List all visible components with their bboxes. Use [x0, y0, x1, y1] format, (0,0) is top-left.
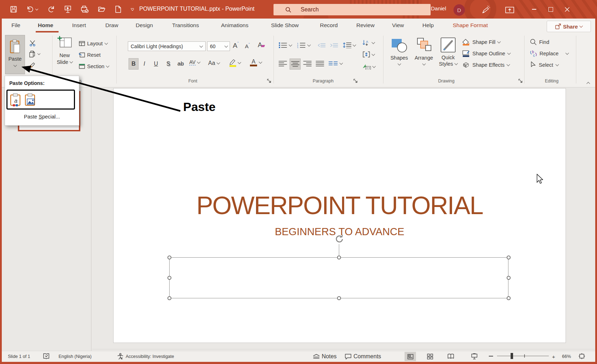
font-color-button[interactable]: A — [250, 59, 262, 66]
italic-button[interactable]: I — [144, 61, 145, 67]
zoom-in-button[interactable]: + — [552, 354, 555, 360]
increase-indent-button[interactable] — [330, 43, 338, 47]
account-name[interactable]: Daniel — [431, 5, 446, 11]
arrange-dropdown-icon[interactable] — [422, 62, 426, 66]
shape-fill-button[interactable]: Shape Fill — [462, 39, 500, 46]
format-painter-icon[interactable] — [29, 62, 36, 69]
close-button[interactable] — [559, 0, 575, 19]
grow-font-button[interactable]: Aˆ — [233, 41, 239, 50]
comments-button[interactable]: Comments — [345, 353, 381, 360]
select-button[interactable]: Select — [531, 61, 558, 68]
bullets-button[interactable] — [279, 42, 292, 48]
quick-styles-button[interactable]: Quick Styles — [437, 37, 459, 67]
convert-to-smartart-button[interactable] — [362, 64, 375, 70]
font-name-combo[interactable]: Calibri Light (Headings) — [128, 41, 206, 51]
paste-picture-icon[interactable] — [25, 93, 37, 106]
layout-button[interactable]: Layout — [79, 41, 107, 46]
justify-button[interactable] — [316, 61, 324, 67]
print-preview-icon[interactable] — [81, 5, 89, 13]
normal-view-button[interactable] — [405, 352, 416, 361]
slide-sorter-view-button[interactable] — [427, 354, 433, 359]
clear-formatting-button[interactable]: A — [258, 41, 265, 49]
new-slide-dropdown-icon[interactable] — [70, 60, 73, 64]
bold-button[interactable]: B — [129, 58, 139, 70]
quick-styles-dropdown-icon[interactable] — [454, 62, 458, 65]
zoom-slider-track[interactable] — [497, 356, 549, 356]
tab-insert[interactable]: Insert — [71, 22, 87, 29]
underline-button[interactable]: U — [154, 61, 158, 67]
open-file-icon[interactable] — [98, 6, 106, 13]
shrink-font-button[interactable]: Aˇ — [245, 42, 250, 49]
layout-dropdown-icon[interactable] — [104, 41, 108, 45]
section-dropdown-icon[interactable] — [106, 64, 110, 68]
strikethrough-button[interactable]: ab — [177, 61, 184, 67]
accessibility-icon[interactable] — [117, 353, 124, 360]
align-center-button[interactable] — [290, 59, 301, 70]
align-left-button[interactable] — [279, 61, 287, 67]
resize-handle-bottom-right[interactable] — [507, 296, 511, 300]
zoom-percent[interactable]: 66% — [562, 354, 571, 359]
columns-button[interactable] — [328, 61, 342, 66]
tab-review[interactable]: Review — [356, 22, 375, 29]
fit-slide-to-window-icon[interactable] — [578, 353, 585, 359]
save-icon[interactable] — [10, 6, 17, 13]
find-button[interactable]: Find — [530, 39, 549, 45]
resize-handle-bottom-left[interactable] — [167, 296, 171, 300]
new-file-icon[interactable] — [115, 5, 121, 13]
undo-dropdown-icon[interactable] — [35, 7, 38, 10]
shape-outline-button[interactable]: Shape Outline — [462, 50, 510, 57]
resize-handle-top-right[interactable] — [507, 256, 511, 259]
avatar[interactable]: D — [453, 4, 465, 16]
share-button[interactable]: Share — [547, 21, 591, 32]
ribbon-display-options-icon[interactable] — [505, 7, 514, 13]
resize-handle-top-left[interactable] — [167, 256, 171, 259]
slide-indicator[interactable]: Slide 1 of 1 — [8, 354, 30, 359]
tab-animations[interactable]: Animations — [220, 22, 249, 29]
character-spacing-button[interactable]: AV — [189, 59, 200, 65]
arrange-button[interactable]: Arrange — [412, 37, 435, 65]
shapes-button[interactable]: Shapes — [388, 37, 410, 65]
language-indicator[interactable]: English (Nigeria) — [59, 354, 91, 359]
paste-special-item[interactable]: Paste Special... — [5, 114, 79, 120]
change-case-button[interactable]: Aa — [208, 60, 220, 66]
tab-help[interactable]: Help — [422, 22, 435, 29]
align-text-button[interactable] — [362, 51, 375, 57]
copy-icon[interactable] — [29, 51, 40, 57]
align-right-button[interactable] — [303, 61, 312, 67]
reset-button[interactable]: Reset — [79, 52, 101, 58]
slide-title[interactable]: POWERPOINT TUTORIAL — [114, 191, 566, 220]
line-spacing-button[interactable] — [343, 42, 356, 48]
rotate-handle[interactable] — [334, 234, 344, 244]
ink-pen-icon[interactable] — [481, 6, 491, 14]
drawing-dialog-launcher-icon[interactable] — [518, 79, 522, 83]
notes-button[interactable]: Notes — [313, 353, 337, 360]
paste-dropdown-arrow[interactable] — [13, 64, 17, 67]
tab-transitions[interactable]: Transitions — [171, 22, 200, 29]
text-shadow-button[interactable]: S — [166, 61, 170, 67]
font-dialog-launcher-icon[interactable] — [267, 79, 271, 83]
search-box[interactable]: Search — [274, 4, 431, 15]
tab-slide-show[interactable]: Slide Show — [270, 22, 300, 29]
resize-handle-mid-right[interactable] — [507, 276, 511, 280]
paragraph-dialog-launcher-icon[interactable] — [353, 79, 357, 83]
decrease-indent-button[interactable] — [318, 43, 326, 47]
collapse-ribbon-icon[interactable] — [587, 80, 590, 86]
zoom-out-button[interactable] — [489, 356, 493, 357]
slideshow-view-button[interactable] — [471, 353, 477, 359]
tab-design[interactable]: Design — [135, 22, 154, 29]
reading-view-button[interactable] — [447, 354, 454, 359]
highlight-button[interactable] — [229, 59, 241, 67]
redo-icon[interactable] — [47, 5, 55, 13]
tab-draw[interactable]: Draw — [105, 22, 119, 29]
font-name-dropdown-icon[interactable] — [200, 44, 203, 47]
paste-button[interactable]: Paste — [5, 35, 25, 74]
undo-icon[interactable] — [26, 6, 38, 13]
customize-qat-icon[interactable] — [131, 8, 134, 11]
shape-effects-button[interactable]: Shape Effects — [462, 61, 510, 69]
paste-keep-text-only-icon[interactable]: a — [10, 93, 22, 106]
shapes-dropdown-icon[interactable] — [397, 62, 401, 66]
tab-view[interactable]: View — [391, 22, 405, 29]
replace-button[interactable]: bc Replace — [530, 50, 568, 57]
resize-handle-bottom-center[interactable] — [337, 296, 341, 300]
text-direction-button[interactable]: A — [362, 40, 375, 46]
